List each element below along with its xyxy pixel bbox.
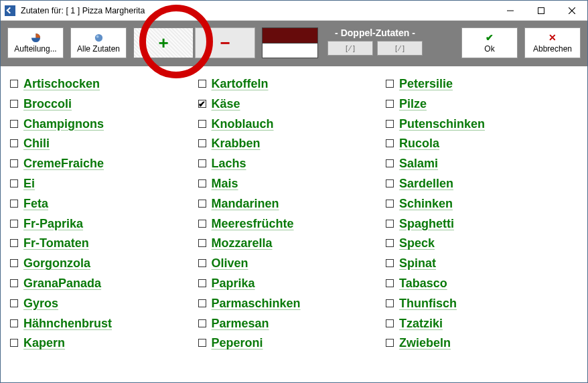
ingredient-checkbox[interactable] — [386, 279, 394, 287]
ingredient-item[interactable]: Fr-Paprika — [10, 217, 198, 230]
maximize-button[interactable] — [526, 1, 557, 20]
color-field[interactable] — [262, 44, 318, 59]
ingredient-item[interactable]: Oliven — [198, 256, 386, 270]
window: Zutaten für: [ 1 ] Pizza Margherita Auft… — [0, 0, 588, 383]
cancel-button[interactable]: ✕ Abbrechen — [524, 27, 581, 58]
ingredient-item[interactable]: Zwiebeln — [386, 336, 574, 350]
ingredient-item[interactable]: Chili — [10, 137, 198, 150]
ingredient-checkbox[interactable] — [198, 319, 206, 327]
ingredient-checkbox[interactable] — [10, 100, 18, 108]
ingredient-checkbox[interactable] — [198, 259, 206, 267]
ingredient-checkbox[interactable] — [386, 339, 394, 347]
doppel-right-button[interactable]: [ ⁄ ] — [377, 41, 423, 56]
alle-zutaten-button[interactable]: Alle Zutaten — [70, 27, 127, 58]
ingredient-item[interactable]: Putenschinken — [386, 117, 574, 131]
ingredient-item[interactable]: Tabasco — [386, 277, 574, 290]
ingredient-item[interactable]: CremeFraiche — [10, 157, 198, 170]
aufteilung-button[interactable]: Aufteilung... — [7, 27, 64, 58]
ingredient-item[interactable]: Mandarinen — [198, 197, 386, 210]
ingredient-item[interactable]: Tzatziki — [386, 317, 574, 330]
ingredient-checkbox[interactable] — [10, 259, 18, 267]
ingredient-checkbox[interactable] — [10, 220, 18, 228]
ingredient-label: Kartoffeln — [212, 77, 269, 90]
ingredient-checkbox[interactable] — [198, 299, 206, 307]
ingredient-item[interactable]: Krabben — [198, 137, 386, 150]
ingredient-item[interactable]: Mozzarella — [198, 236, 386, 250]
ingredient-item[interactable]: Hähnchenbrust — [10, 317, 198, 330]
ingredient-checkbox[interactable] — [386, 159, 394, 167]
ingredient-item[interactable]: Gorgonzola — [10, 256, 198, 270]
ingredient-item[interactable]: Champignons — [10, 117, 198, 131]
ingredient-checkbox[interactable] — [10, 80, 18, 88]
ingredient-checkbox[interactable] — [10, 279, 18, 287]
ingredient-checkbox[interactable] — [10, 200, 18, 208]
ok-button[interactable]: ✔ Ok — [461, 27, 518, 58]
ingredient-item[interactable]: Kapern — [10, 336, 198, 350]
ingredient-checkbox[interactable] — [198, 179, 206, 187]
ingredient-item[interactable]: Salami — [386, 157, 574, 170]
color-swatch[interactable] — [262, 27, 318, 44]
ingredient-checkbox[interactable] — [386, 120, 394, 128]
ingredient-item[interactable]: Sardellen — [386, 177, 574, 190]
ingredient-label: CremeFraiche — [23, 157, 104, 170]
ingredient-item[interactable]: Thunfisch — [386, 297, 574, 310]
ingredient-item[interactable]: Ei — [10, 177, 198, 190]
ingredient-checkbox[interactable] — [10, 319, 18, 327]
ingredient-checkbox[interactable] — [386, 259, 394, 267]
ingredient-checkbox[interactable] — [10, 299, 18, 307]
ingredient-item[interactable]: Speck — [386, 236, 574, 250]
ingredient-item[interactable]: GranaPanada — [10, 277, 198, 290]
ingredient-checkbox[interactable] — [10, 239, 18, 247]
ingredient-item[interactable]: Kartoffeln — [198, 77, 386, 90]
ingredient-checkbox[interactable] — [198, 339, 206, 347]
ingredient-checkbox[interactable] — [386, 239, 394, 247]
ingredient-item[interactable]: Parmaschinken — [198, 297, 386, 310]
ingredient-item[interactable]: Lachs — [198, 157, 386, 170]
ingredient-checkbox[interactable] — [10, 139, 18, 147]
ingredient-item[interactable]: Peperoni — [198, 336, 386, 350]
ingredient-item[interactable]: Mais — [198, 177, 386, 190]
ingredient-checkbox[interactable] — [10, 179, 18, 187]
ingredient-checkbox[interactable] — [10, 120, 18, 128]
ingredient-item[interactable]: Broccoli — [10, 97, 198, 110]
ingredient-item[interactable]: Schinken — [386, 197, 574, 210]
ingredient-checkbox[interactable] — [198, 159, 206, 167]
ingredient-checkbox[interactable] — [198, 279, 206, 287]
ingredient-item[interactable]: Käse — [198, 97, 386, 110]
ingredient-checkbox[interactable] — [198, 220, 206, 228]
ingredient-label: Gyros — [23, 297, 58, 310]
ingredient-checkbox[interactable] — [386, 179, 394, 187]
ingredient-item[interactable]: Pilze — [386, 97, 574, 110]
ingredient-checkbox[interactable] — [386, 220, 394, 228]
ingredient-label: Artischocken — [23, 77, 100, 90]
doppel-left-button[interactable]: [ ⁄ ] — [327, 41, 373, 56]
ingredient-item[interactable]: Feta — [10, 197, 198, 210]
ingredient-checkbox[interactable] — [386, 139, 394, 147]
ingredient-checkbox[interactable] — [10, 159, 18, 167]
ingredients-column-1: ArtischockenBroccoliChampignonsChiliCrem… — [10, 77, 198, 376]
ingredient-checkbox[interactable] — [386, 299, 394, 307]
ingredient-checkbox[interactable] — [386, 100, 394, 108]
ingredient-item[interactable]: Spaghetti — [386, 217, 574, 230]
ingredient-item[interactable]: Petersilie — [386, 77, 574, 90]
minimize-button[interactable] — [495, 1, 526, 20]
close-button[interactable] — [557, 1, 587, 20]
ingredient-item[interactable]: Parmesan — [198, 317, 386, 330]
ingredient-item[interactable]: Rucola — [386, 137, 574, 150]
ingredient-checkbox[interactable] — [10, 339, 18, 347]
ingredient-item[interactable]: Fr-Tomaten — [10, 236, 198, 250]
ingredient-item[interactable]: Gyros — [10, 297, 198, 310]
ingredient-item[interactable]: Meeresfrüchte — [198, 217, 386, 230]
ingredient-checkbox[interactable] — [386, 200, 394, 208]
ingredient-label: Champignons — [23, 117, 104, 131]
ingredient-item[interactable]: Paprika — [198, 277, 386, 290]
ingredient-item[interactable]: Knoblauch — [198, 117, 386, 131]
ingredient-checkbox[interactable] — [386, 319, 394, 327]
ingredient-item[interactable]: Spinat — [386, 256, 574, 270]
ingredient-checkbox[interactable] — [198, 239, 206, 247]
ingredient-checkbox[interactable] — [386, 80, 394, 88]
ingredient-checkbox[interactable] — [198, 200, 206, 208]
ingredient-checkbox[interactable] — [198, 120, 206, 128]
ingredient-checkbox[interactable] — [198, 139, 206, 147]
ingredient-checkbox[interactable] — [198, 100, 206, 108]
